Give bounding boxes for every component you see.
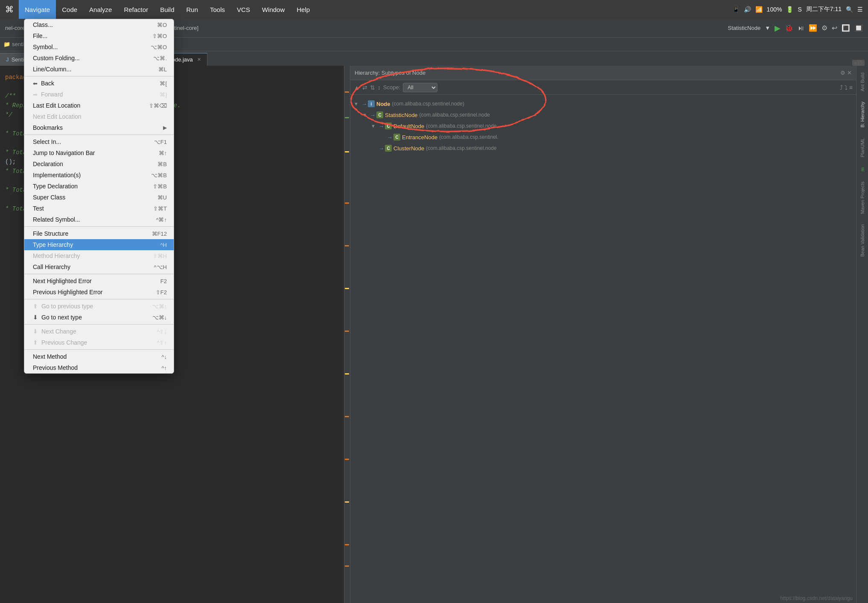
- menu-arrow-bookmarks: ▶: [163, 125, 167, 131]
- menu-shortcut-last-edit: ⇧⌘⌫: [149, 102, 167, 109]
- back-arrow-icon: ⬅: [33, 80, 38, 87]
- menu-item-last-edit[interactable]: Last Edit Location ⇧⌘⌫: [24, 100, 174, 111]
- menu-item-type-declaration[interactable]: Type Declaration ⇧⌘B: [24, 181, 174, 192]
- menu-item-declaration[interactable]: Declaration ⌘B: [24, 158, 174, 170]
- menu-label-super-class: Super Class: [33, 194, 156, 201]
- menu-label-go-prev-type: Go to previous type: [41, 303, 151, 310]
- menu-item-test[interactable]: Test ⇧⌘T: [24, 203, 174, 214]
- menu-shortcut-method-hierarchy: ⇧⌘H: [153, 253, 167, 259]
- menu-label-go-next-type: Go to next type: [41, 314, 151, 321]
- menu-label-symbol: Symbol...: [33, 44, 149, 50]
- menu-label-custom-folding: Custom Folding...: [33, 55, 151, 61]
- divider-6: [24, 324, 174, 325]
- menu-shortcut-go-prev-type: ⌥⌘↑: [152, 303, 167, 310]
- go-prev-type-icon: ⬆: [33, 303, 38, 310]
- menu-item-method-hierarchy: Method Hierarchy ⇧⌘H: [24, 250, 174, 261]
- menu-item-prev-change: ⬆ Previous Change ^⇧↑: [24, 337, 174, 348]
- menu-shortcut-back: ⌘[: [160, 80, 167, 87]
- menu-label-select-in: Select In...: [33, 138, 152, 145]
- menu-label-file: File...: [33, 32, 151, 39]
- menu-item-symbol[interactable]: Symbol... ⌥⌘O: [24, 41, 174, 53]
- menu-shortcut-implementations: ⌥⌘B: [151, 172, 167, 179]
- menu-label-last-edit: Last Edit Location: [33, 102, 147, 109]
- menu-label-implementations: Implementation(s): [33, 172, 149, 179]
- menu-label-next-highlighted-error: Next Highlighted Error: [33, 278, 159, 284]
- menu-label-prev-change: Previous Change: [41, 339, 155, 346]
- prev-change-icon: ⬆: [33, 339, 38, 346]
- menu-label-call-hierarchy: Call Hierarchy: [33, 263, 152, 270]
- menu-item-jump-navbar[interactable]: Jump to Navigation Bar ⌘↑: [24, 147, 174, 158]
- menu-label-line-column: Line/Column...: [33, 66, 157, 73]
- menu-shortcut-line-column: ⌘L: [158, 66, 167, 73]
- divider-5: [24, 299, 174, 299]
- divider-2: [24, 135, 174, 135]
- menu-shortcut-file: ⇧⌘O: [152, 33, 167, 39]
- menu-label-back: Back: [41, 80, 158, 87]
- menu-item-call-hierarchy[interactable]: Call Hierarchy ^⌥H: [24, 261, 174, 272]
- menu-label-bookmarks: Bookmarks: [33, 124, 161, 131]
- menu-item-line-column[interactable]: Line/Column... ⌘L: [24, 64, 174, 75]
- go-next-type-icon: ⬇: [33, 314, 38, 321]
- menu-item-type-hierarchy[interactable]: Type Hierarchy ^H: [24, 239, 174, 250]
- menu-item-implementations[interactable]: Implementation(s) ⌥⌘B: [24, 170, 174, 181]
- menu-shortcut-symbol: ⌥⌘O: [151, 44, 167, 50]
- menu-shortcut-jump-navbar: ⌘↑: [159, 150, 167, 156]
- menu-item-next-edit: Next Edit Location: [24, 111, 174, 122]
- menu-shortcut-related-symbol: ^⌘↑: [156, 217, 167, 223]
- navigate-menu: Class... ⌘O File... ⇧⌘O Symbol... ⌥⌘O Cu…: [24, 19, 174, 374]
- menu-label-prev-highlighted-error: Previous Highlighted Error: [33, 289, 154, 296]
- menu-shortcut-go-next-type: ⌥⌘↓: [152, 314, 167, 321]
- menu-label-file-structure: File Structure: [33, 230, 150, 237]
- menu-shortcut-prev-change: ^⇧↑: [157, 340, 167, 346]
- menu-label-next-edit: Next Edit Location: [33, 113, 165, 120]
- menu-shortcut-class: ⌘O: [157, 22, 167, 28]
- menu-label-next-method: Next Method: [33, 353, 160, 360]
- menu-item-go-prev-type: ⬆ Go to previous type ⌥⌘↑: [24, 301, 174, 312]
- divider-3: [24, 226, 174, 227]
- menu-item-prev-method[interactable]: Previous Method ^↑: [24, 362, 174, 373]
- menu-item-next-highlighted-error[interactable]: Next Highlighted Error F2: [24, 275, 174, 287]
- divider-1: [24, 76, 174, 76]
- menu-item-back[interactable]: ⬅ Back ⌘[: [24, 78, 174, 89]
- menu-shortcut-type-hierarchy: ^H: [160, 242, 167, 248]
- divider-4: [24, 274, 174, 274]
- menu-item-next-method[interactable]: Next Method ^↓: [24, 351, 174, 362]
- menu-shortcut-next-method: ^↓: [161, 354, 167, 360]
- menu-shortcut-select-in: ⌥F1: [154, 139, 167, 145]
- menu-label-next-change: Next Change: [41, 328, 155, 335]
- menu-label-type-declaration: Type Declaration: [33, 183, 151, 190]
- menu-label-test: Test: [33, 205, 151, 212]
- menu-item-forward: ➡ Forward ⌘]: [24, 89, 174, 100]
- menu-shortcut-next-change: ^⇧↓: [157, 328, 167, 335]
- menu-label-prev-method: Previous Method: [33, 364, 160, 371]
- menu-shortcut-test: ⇧⌘T: [153, 205, 167, 212]
- menu-shortcut-super-class: ⌘U: [157, 194, 167, 201]
- menu-item-class[interactable]: Class... ⌘O: [24, 19, 174, 30]
- menu-item-go-next-type[interactable]: ⬇ Go to next type ⌥⌘↓: [24, 312, 174, 323]
- dropdown-overlay: Class... ⌘O File... ⇧⌘O Symbol... ⌥⌘O Cu…: [0, 0, 868, 603]
- menu-shortcut-forward: ⌘]: [160, 91, 167, 98]
- menu-shortcut-prev-highlighted-error: ⇧F2: [156, 289, 167, 296]
- menu-label-jump-navbar: Jump to Navigation Bar: [33, 149, 157, 156]
- menu-item-file[interactable]: File... ⇧⌘O: [24, 30, 174, 41]
- menu-label-declaration: Declaration: [33, 161, 156, 167]
- menu-shortcut-type-declaration: ⇧⌘B: [153, 183, 167, 190]
- forward-arrow-icon: ➡: [33, 91, 38, 98]
- menu-item-prev-highlighted-error[interactable]: Previous Highlighted Error ⇧F2: [24, 287, 174, 298]
- menu-item-file-structure[interactable]: File Structure ⌘F12: [24, 228, 174, 239]
- menu-shortcut-prev-method: ^↑: [161, 365, 167, 371]
- menu-item-super-class[interactable]: Super Class ⌘U: [24, 192, 174, 203]
- menu-label-related-symbol: Related Symbol...: [33, 216, 154, 223]
- next-change-icon: ⬇: [33, 328, 38, 335]
- menu-item-custom-folding[interactable]: Custom Folding... ⌥⌘.: [24, 53, 174, 64]
- menu-shortcut-declaration: ⌘B: [157, 161, 167, 167]
- menu-shortcut-next-highlighted-error: F2: [160, 278, 167, 284]
- menu-label-method-hierarchy: Method Hierarchy: [33, 252, 151, 259]
- menu-item-select-in[interactable]: Select In... ⌥F1: [24, 136, 174, 147]
- menu-item-bookmarks[interactable]: Bookmarks ▶: [24, 122, 174, 133]
- menu-label-class: Class...: [33, 21, 155, 28]
- menu-item-related-symbol[interactable]: Related Symbol... ^⌘↑: [24, 214, 174, 225]
- menu-shortcut-call-hierarchy: ^⌥H: [154, 264, 167, 270]
- menu-shortcut-file-structure: ⌘F12: [152, 231, 167, 237]
- menu-label-type-hierarchy: Type Hierarchy: [33, 241, 159, 248]
